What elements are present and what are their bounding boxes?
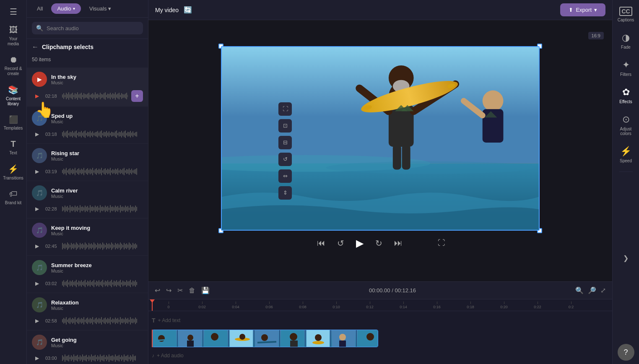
svg-rect-26 [187, 341, 194, 347]
waveform-3 [62, 167, 143, 176]
crop-icon-btn[interactable]: ⊡ [278, 119, 292, 133]
audio-item-5[interactable]: 🎵 Keep it moving Music ▶ 02:45 [27, 218, 148, 256]
refresh-icon[interactable]: 🔄 [184, 6, 192, 14]
nav-record[interactable]: ⏺ Record & create [2, 52, 25, 80]
undo-button[interactable]: ↩ [153, 285, 161, 296]
audio-item-2[interactable]: 🎵 Sped up Music ▶ 03:18 [27, 107, 148, 144]
fit-timeline-button[interactable]: ⤢ [599, 285, 607, 296]
play-button-2[interactable]: ▶ [32, 129, 42, 139]
audio-genre-2: Music [51, 119, 143, 124]
flip-h-icon-btn[interactable]: ⇔ [278, 169, 292, 183]
templates-icon: ⬛ [9, 115, 18, 124]
clip-thumb-9 [357, 330, 378, 347]
add-text-button[interactable]: T + Add text [152, 317, 180, 324]
play-button-7[interactable]: ▶ [32, 316, 42, 326]
audio-thumb-4: 🎵 [32, 185, 47, 200]
music-note-icon: ♪ [152, 353, 154, 359]
video-clip-track [148, 328, 612, 349]
audio-thumb-1: ▶ [32, 72, 47, 87]
nav-text[interactable]: T Text [2, 136, 25, 159]
tab-visuals-label: Visuals [89, 5, 107, 12]
waveform-1 [62, 92, 128, 100]
duration-2: 03:18 [45, 132, 59, 137]
audio-item-4[interactable]: 🎵 Calm river Music ▶ 02:28 [27, 181, 148, 218]
text-icon: T [10, 139, 16, 149]
audio-thumb-3: 🎵 [32, 148, 47, 163]
tab-all[interactable]: All [31, 3, 49, 14]
rotate-icon-btn[interactable]: ↺ [278, 153, 292, 166]
fit-icon-btn[interactable]: ⛶ [278, 102, 292, 116]
panel-collapse-button[interactable]: ❯ [622, 253, 630, 263]
audio-genre-7: Music [51, 306, 143, 311]
flip-v-icon-btn[interactable]: ⇕ [278, 186, 292, 200]
redo-button[interactable]: ↪ [165, 285, 173, 296]
nav-transitions-label: Transitions [3, 176, 23, 181]
tab-audio-label: Audio [57, 5, 71, 12]
subtitle-icon-btn[interactable]: ⊟ [278, 136, 292, 149]
nav-templates[interactable]: ⬛ Templates [2, 112, 25, 134]
audio-item-1[interactable]: ▶ In the sky Music ▶ 02:18 + 👆 [27, 68, 148, 107]
waveform-8 [62, 354, 143, 362]
rewind-button[interactable]: ↺ [335, 237, 346, 250]
svg-rect-43 [339, 341, 346, 347]
ratio-badge: 16:9 [588, 32, 604, 39]
forward-button[interactable]: ↻ [374, 237, 384, 250]
audio-item-7[interactable]: 🎵 Relaxation Music ▶ 02:58 [27, 293, 148, 330]
audio-thumb-8: 🎵 [32, 335, 47, 350]
ruler-mark-8: 0:16 [420, 302, 454, 309]
scissors-button[interactable]: ✂ [176, 285, 184, 296]
right-panel-speed[interactable]: ⚡ Speed [614, 143, 638, 166]
audio-item-6[interactable]: 🎵 Summer breeze Music ▶ 03:02 [27, 256, 148, 293]
media-icon: 🖼 [9, 25, 18, 35]
play-button-4[interactable]: ▶ [32, 204, 42, 214]
add-button-1[interactable]: + [131, 90, 143, 102]
play-button-5[interactable]: ▶ [32, 241, 42, 251]
waveform-4 [62, 205, 143, 213]
chevron-down-icon-export: ▾ [594, 7, 597, 13]
ruler-mark-7: 0:14 [387, 302, 420, 309]
video-clip[interactable] [152, 330, 378, 347]
play-button-1[interactable]: ▶ [32, 91, 42, 101]
nav-transitions[interactable]: ⚡ Transitions [2, 161, 25, 184]
right-panel-filters[interactable]: ✦ Filters [614, 56, 638, 80]
help-button[interactable]: ? [618, 344, 634, 361]
skip-back-button[interactable]: ⏮ [315, 237, 327, 250]
right-panel-adjust-colors[interactable]: ⊙ Adjust colors [614, 111, 638, 139]
nav-hamburger[interactable]: ☰ [2, 3, 25, 20]
search-input[interactable] [47, 25, 139, 31]
zoom-in-button[interactable]: 🔎 [587, 285, 597, 296]
nav-brand-kit[interactable]: 🏷 Brand kit [2, 186, 25, 209]
ruler-mark-0: 0 [152, 302, 185, 309]
svg-point-42 [339, 334, 346, 341]
timeline-playhead[interactable] [152, 299, 153, 311]
add-audio-button[interactable]: ♪ + Add audio [152, 353, 184, 359]
fullscreen-button[interactable]: ⛶ [438, 239, 445, 247]
play-button-8[interactable]: ▶ [32, 353, 42, 363]
right-panel-effects[interactable]: ✿ Effects [614, 83, 638, 107]
captions-label: Captions [618, 18, 634, 22]
delete-button[interactable]: 🗑 [187, 286, 197, 296]
audio-item-8[interactable]: 🎵 Get going Music ▶ 03:00 [27, 330, 148, 364]
play-button-3[interactable]: ▶ [32, 166, 42, 177]
ruler-mark-3: 0:06 [252, 302, 286, 309]
audio-item-3[interactable]: 🎵 Rising star Music ▶ 03:19 [27, 144, 148, 181]
back-navigation[interactable]: ← Clipchamp selects [27, 39, 148, 55]
zoom-out-button[interactable]: 🔍 [574, 285, 585, 296]
play-pause-button[interactable]: ▶ [354, 236, 365, 251]
ruler-mark-1: 0:02 [185, 302, 219, 309]
play-button-6[interactable]: ▶ [32, 278, 42, 289]
nav-your-media-label: Your media [3, 36, 23, 47]
export-button[interactable]: ⬆ Export ▾ [560, 3, 605, 16]
right-panel-fade[interactable]: ◑ Fade [614, 29, 638, 53]
tab-audio[interactable]: Audio ▾ [51, 3, 81, 14]
right-panel-captions[interactable]: CC Captions [614, 3, 638, 26]
captions-icon: CC [619, 7, 632, 16]
nav-content-library[interactable]: 📚 Content library [2, 81, 25, 110]
skip-forward-button[interactable]: ⏭ [392, 237, 404, 250]
save-button[interactable]: 💾 [200, 285, 211, 296]
nav-your-media[interactable]: 🖼 Your media [2, 22, 25, 50]
tab-visuals[interactable]: Visuals ▾ [83, 3, 117, 14]
ruler-mark-4: 0:08 [286, 302, 320, 309]
duration-8: 03:00 [45, 356, 59, 361]
svg-point-31 [239, 334, 245, 340]
